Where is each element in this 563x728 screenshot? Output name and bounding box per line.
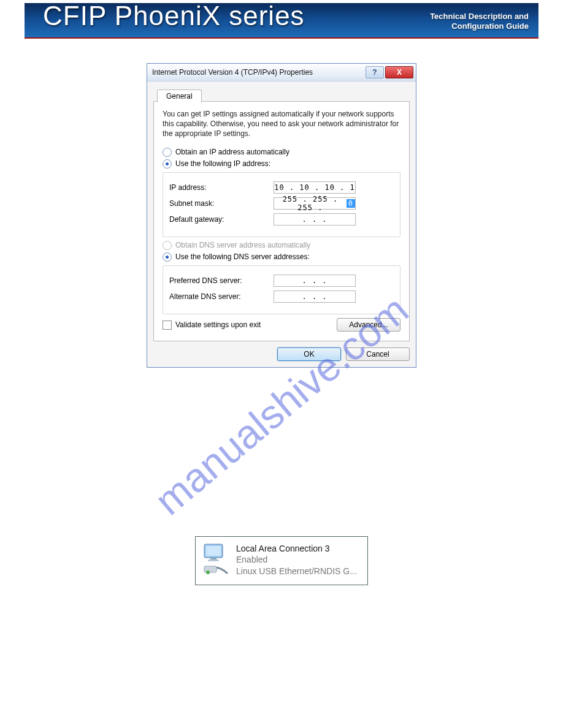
radio-label: Obtain an IP address automatically — [175, 148, 289, 156]
banner-subtitle-line2: Configuration Guide — [430, 21, 529, 31]
checkbox-icon — [163, 320, 172, 330]
radio-icon — [163, 241, 172, 250]
svg-rect-4 — [204, 566, 216, 572]
svg-rect-2 — [210, 558, 216, 559]
radio-label: Obtain DNS server address automatically — [175, 241, 310, 249]
validate-on-exit-checkbox[interactable]: Validate settings upon exit — [163, 320, 261, 330]
radio-obtain-ip-auto[interactable]: Obtain an IP address automatically — [163, 148, 400, 157]
help-icon: ? — [372, 68, 377, 77]
connection-status: Enabled — [236, 554, 357, 566]
cancel-button[interactable]: Cancel — [346, 347, 410, 361]
radio-icon — [163, 148, 172, 157]
checkbox-label: Validate settings upon exit — [175, 320, 261, 329]
tcpip-properties-dialog: Internet Protocol Version 4 (TCP/IPv4) P… — [147, 63, 416, 368]
radio-label: Use the following IP address: — [175, 159, 270, 168]
radio-icon — [163, 252, 172, 262]
svg-rect-1 — [206, 546, 221, 556]
default-gateway-label: Default gateway: — [169, 215, 274, 224]
network-adapter-icon — [202, 543, 230, 578]
radio-use-static-ip[interactable]: Use the following IP address: — [163, 159, 400, 169]
help-button[interactable]: ? — [366, 66, 384, 78]
close-icon: X — [397, 68, 402, 77]
connection-device: Linux USB Ethernet/RNDIS G... — [236, 566, 357, 577]
ok-button[interactable]: OK — [277, 347, 341, 361]
dialog-title: Internet Protocol Version 4 (TCP/IPv4) P… — [152, 68, 313, 77]
radio-use-static-dns[interactable]: Use the following DNS server addresses: — [163, 252, 400, 262]
preferred-dns-input[interactable]: . . . — [274, 275, 356, 287]
dns-fields-group: Preferred DNS server: . . . Alternate DN… — [163, 265, 400, 314]
svg-rect-3 — [208, 559, 219, 561]
network-connection-text: Local Area Connection 3 Enabled Linux US… — [236, 543, 357, 578]
svg-point-5 — [206, 571, 210, 574]
tab-page-general: You can get IP settings assigned automat… — [153, 101, 410, 341]
alternate-dns-label: Alternate DNS server: — [169, 292, 274, 301]
network-connection-item[interactable]: Local Area Connection 3 Enabled Linux US… — [195, 536, 368, 585]
banner-subtitle-line1: Technical Description and — [430, 12, 529, 21]
subnet-mask-input[interactable]: 255 . 255 . 255 . 0 — [274, 197, 356, 210]
radio-icon — [163, 159, 172, 169]
ip-fields-group: IP address: 10 . 10 . 10 . 1 Subnet mask… — [163, 172, 400, 237]
preferred-dns-label: Preferred DNS server: — [169, 276, 274, 285]
ip-address-input[interactable]: 10 . 10 . 10 . 1 — [274, 181, 356, 194]
ip-address-label: IP address: — [169, 183, 274, 192]
default-gateway-input[interactable]: . . . — [274, 213, 356, 226]
tab-general[interactable]: General — [157, 89, 202, 102]
page-header-banner: CFIP PhoeniX series Technical Descriptio… — [25, 3, 538, 39]
subnet-mask-label: Subnet mask: — [169, 199, 274, 208]
banner-title: CFIP PhoeniX series — [43, 3, 305, 31]
advanced-button[interactable]: Advanced... — [337, 318, 400, 332]
radio-obtain-dns-auto: Obtain DNS server address automatically — [163, 241, 400, 250]
close-button[interactable]: X — [385, 66, 413, 78]
connection-name: Local Area Connection 3 — [236, 543, 357, 555]
alternate-dns-input[interactable]: . . . — [274, 290, 356, 303]
dialog-titlebar: Internet Protocol Version 4 (TCP/IPv4) P… — [147, 64, 416, 82]
radio-label: Use the following DNS server addresses: — [175, 252, 310, 261]
banner-subtitle: Technical Description and Configuration … — [430, 12, 529, 31]
description-text: You can get IP settings assigned automat… — [163, 109, 400, 139]
